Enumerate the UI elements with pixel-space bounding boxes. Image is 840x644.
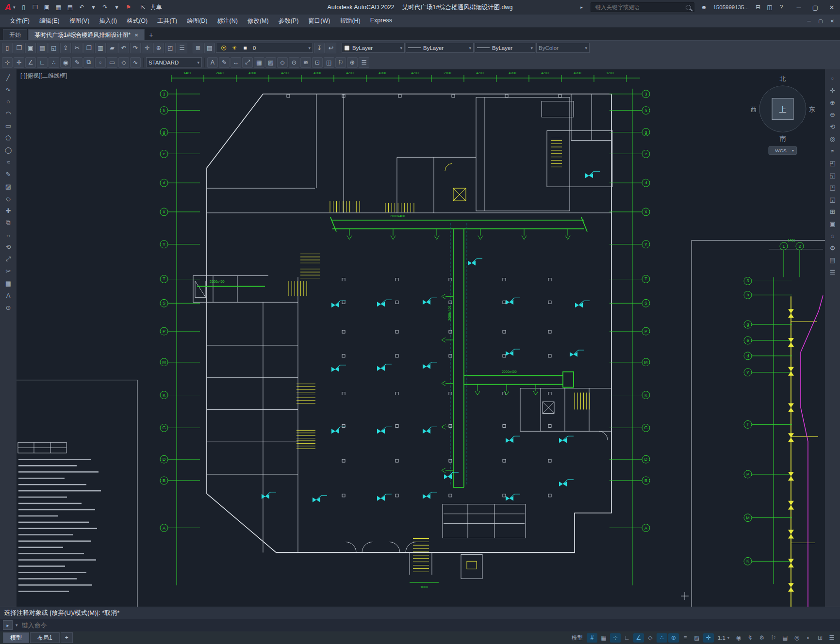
undo-caret-icon[interactable]: ▾ [88, 2, 99, 13]
zoom-in-icon[interactable]: ⊕ [827, 97, 838, 107]
show-motion-icon[interactable]: ◓ [827, 146, 838, 156]
customization-icon[interactable]: ☰ [826, 633, 837, 643]
layer-color-swatch[interactable]: ■ [240, 43, 250, 53]
viewport-icon[interactable]: ⊞ [827, 207, 838, 216]
table-icon[interactable]: ▦ [254, 57, 264, 68]
menu-item[interactable]: 编辑(E) [34, 17, 65, 25]
new-tab-button[interactable]: + [146, 30, 156, 40]
make-object-layer-current-icon[interactable]: ↧ [314, 43, 325, 53]
trim-icon[interactable]: ✂ [2, 266, 14, 276]
designcenter-icon[interactable]: ◫ [324, 57, 334, 68]
layer-states-icon[interactable]: ▤ [204, 43, 215, 53]
paste-icon[interactable]: ▥ [95, 43, 106, 53]
redo-icon[interactable]: ↷ [100, 2, 111, 13]
app-menu-caret-icon[interactable]: ▾ [13, 5, 16, 10]
share-button[interactable]: ⇱ 共享 [138, 2, 162, 13]
linetype-combo[interactable]: ByLayer ▾ [406, 43, 474, 53]
publish-icon[interactable]: ⇪ [60, 43, 71, 53]
layer-properties-icon[interactable]: ≣ [193, 43, 203, 53]
cart-icon[interactable]: ⊟ [753, 2, 763, 13]
mtext-icon[interactable]: A [2, 290, 14, 301]
color-combo[interactable]: ByLayer ▾ [342, 43, 405, 53]
plot-icon[interactable]: ▤ [37, 43, 48, 53]
infer-icon[interactable]: ⊹ [610, 633, 621, 643]
menu-icon[interactable]: ☰ [827, 267, 838, 277]
pan-icon[interactable]: ✛ [827, 85, 838, 95]
menu-item[interactable]: 文件(F) [5, 17, 34, 25]
menu-item[interactable]: 绘图(D) [182, 17, 212, 25]
model-tab[interactable]: 模型 [3, 632, 29, 643]
new-icon[interactable]: ▯ [2, 43, 13, 53]
command-input-row[interactable]: ▸ ▾ [0, 619, 840, 631]
undo-icon[interactable]: ↶ [118, 43, 129, 53]
doc-restore-icon[interactable]: ▢ [815, 16, 826, 26]
text-style-caret-icon[interactable]: ▾ [197, 60, 199, 65]
ortho-icon[interactable]: ∟ [37, 57, 48, 68]
line-icon[interactable]: ╱ [2, 72, 14, 82]
zoom-window-icon[interactable]: ◰ [165, 43, 176, 53]
zoom-realtime-icon[interactable]: ⊕ [153, 43, 164, 53]
pan-icon[interactable]: ✛ [142, 43, 152, 53]
leader-icon[interactable]: ⤢ [242, 57, 253, 68]
account-name[interactable]: 1505999135... [713, 4, 749, 10]
menu-icon[interactable]: ☰ [359, 57, 369, 68]
dynamic-input-icon[interactable]: ✛ [703, 633, 714, 643]
settings-icon[interactable]: ⚙ [827, 243, 838, 253]
cut-icon[interactable]: ✂ [72, 43, 82, 53]
menu-item[interactable]: 标注(N) [213, 17, 243, 25]
search-box[interactable] [591, 2, 694, 12]
workspace-icon[interactable]: ⚙ [757, 633, 767, 643]
drawing-canvas[interactable]: [-][俯视][二维线框] [16, 69, 825, 607]
tab-close-icon[interactable]: ✕ [134, 32, 138, 38]
lineweight-combo-caret-icon[interactable]: ▾ [530, 46, 533, 50]
orbit-icon[interactable]: ⟲ [827, 122, 838, 131]
zoom-out-icon[interactable]: ⊖ [827, 110, 838, 119]
polyline-icon[interactable]: ∿ [2, 84, 14, 95]
open-icon[interactable]: ❒ [14, 43, 24, 53]
search-input[interactable] [594, 4, 683, 11]
polygon-icon[interactable]: ⬠ [2, 132, 14, 143]
layer-combo-caret-icon[interactable]: ▾ [308, 46, 311, 50]
open-icon[interactable]: ❒ [30, 2, 41, 13]
quick-properties-icon[interactable]: ▤ [780, 633, 791, 643]
model-space-button[interactable]: 模型 [569, 633, 586, 643]
save-icon[interactable]: ▣ [25, 43, 36, 53]
user-icon[interactable]: ☻ [698, 2, 709, 13]
help-icon[interactable]: ? [776, 2, 787, 13]
scale-icon[interactable]: ⤢ [2, 254, 14, 264]
polar-icon[interactable]: ∠ [633, 633, 644, 643]
plot-preview-icon[interactable]: ◱ [49, 43, 59, 53]
command-input[interactable] [21, 621, 840, 629]
block-icon[interactable]: ◇ [118, 57, 129, 68]
circle-icon[interactable]: ○ [2, 96, 14, 107]
tab-drawing[interactable]: 某时代广场1#综合楼通风排烟设计图* ✕ [28, 29, 145, 40]
doc-minimize-icon[interactable]: ─ [803, 16, 815, 26]
menu-item[interactable]: 帮助(H) [335, 17, 365, 25]
menu-item[interactable]: 插入(I) [94, 17, 122, 25]
dimension-icon[interactable]: ↔ [2, 229, 14, 240]
copy-icon[interactable]: ❐ [83, 43, 94, 53]
markup-icon[interactable]: ⚐ [335, 57, 346, 68]
save-as-icon[interactable]: ▦ [53, 2, 64, 13]
copy-icon[interactable]: ⧉ [2, 217, 14, 228]
tab-start[interactable]: 开始 [3, 29, 27, 40]
rectangle-icon[interactable]: ▭ [107, 57, 117, 68]
transparency-icon[interactable]: ▨ [692, 633, 702, 643]
point-style-icon[interactable]: ⊙ [289, 57, 299, 68]
lineweight-combo[interactable]: ByLayer ▾ [475, 43, 535, 53]
plot-icon[interactable]: ▤ [65, 2, 76, 13]
polar-icon[interactable]: ∠ [25, 57, 36, 68]
window-minimize-icon[interactable]: ─ [791, 0, 807, 15]
text-icon[interactable]: ✎ [2, 169, 14, 179]
search-expand-icon[interactable]: ▸ [576, 2, 587, 13]
autocad-logo[interactable]: A [3, 2, 13, 13]
block-icon[interactable]: ◇ [2, 193, 14, 204]
block-insert-icon[interactable]: ◇ [277, 57, 288, 68]
menu-item[interactable]: 窗口(W) [303, 17, 335, 25]
view-top-icon[interactable]: ◰ [827, 158, 838, 168]
table-icon[interactable]: ▦ [2, 278, 14, 289]
steering-wheel-icon[interactable]: ◎ [827, 134, 838, 144]
view-iso-icon[interactable]: ◲ [827, 194, 838, 204]
annotation-visibility-icon[interactable]: ◉ [733, 633, 744, 643]
ortho-icon[interactable]: ∟ [622, 633, 632, 643]
